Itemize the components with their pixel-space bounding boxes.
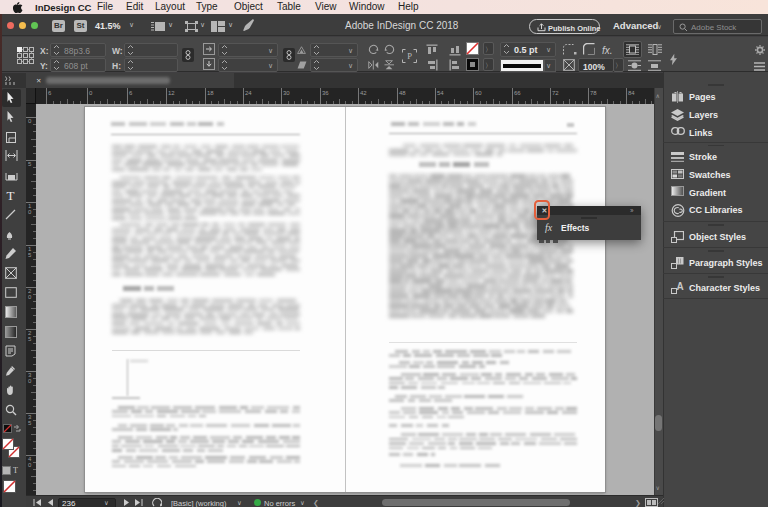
svg-text:T: T: [7, 189, 15, 201]
svg-text:A: A: [676, 282, 683, 292]
svg-text:P: P: [407, 51, 412, 61]
